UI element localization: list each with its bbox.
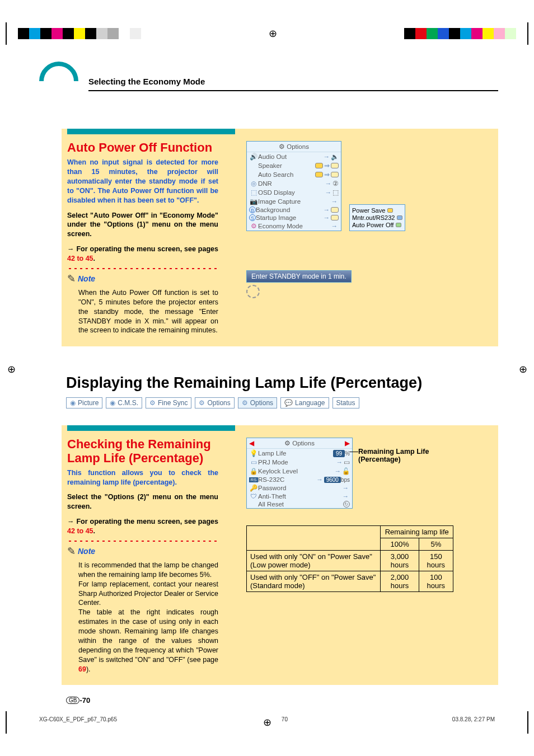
tab-status: Status [332, 397, 359, 408]
note-heading-2: ✎ Note [67, 545, 218, 557]
registration-marks-bottom: ⊕ [0, 711, 534, 756]
economy-icon: ⚙ [249, 222, 258, 230]
rs232-icon: RS [249, 477, 258, 482]
lamp-life-annotation: Remaining Lamp Life (Percentage) [358, 448, 459, 463]
note-icon: ✎ [67, 273, 76, 285]
tab-finesync: ⚙Fine Sync [146, 397, 191, 408]
checking-lamp-desc: This function allows you to check the re… [67, 468, 218, 487]
gear-icon: ⚙ [279, 143, 285, 150]
note-body-2a: It is recommended that the lamp be chang… [67, 561, 218, 580]
tab-options2: ⚙Options [238, 397, 277, 408]
section-title-lamp-life: Displaying the Remaining Lamp Life (Perc… [66, 374, 498, 392]
menu-tab-row: ◉Picture ◉C.M.S. ⚙Fine Sync ⚙Options ⚙Op… [66, 397, 498, 408]
instruction-3: Select the "Options (2)" menu on the men… [67, 492, 218, 511]
table-row: Used with only "ON" on "Power Save" (Low… [247, 551, 453, 571]
note-body-2b: For lamp replacement, contact your neare… [67, 580, 218, 608]
osd-options2-menu: ◀⚙ Options▶ 💡Lamp Life99 % ▭PRJ Mode→▭ 🔒… [246, 438, 353, 509]
picture-icon: ◉ [70, 399, 76, 407]
bulb-icon [246, 285, 260, 298]
crosshair-icon: ⊕ [261, 717, 273, 728]
header-title: Selecting the Economy Mode [88, 77, 205, 86]
note-body-2c: The table at the right indicates rough e… [67, 608, 218, 674]
auto-power-off-title: Auto Power Off Function [67, 141, 218, 154]
tab-language: 💬Language [280, 397, 329, 408]
lock-icon: 🔒 [249, 467, 258, 475]
table-row: Used with only "OFF" on "Power Save" (St… [247, 571, 453, 592]
color-patches-right [404, 28, 516, 39]
tab-picture: ◉Picture [66, 397, 102, 408]
tab-cms: ◉C.M.S. [106, 397, 142, 408]
camera-icon: 📷 [249, 198, 258, 205]
page-number: GB-70 [66, 696, 498, 705]
crosshair-icon: ⊕ [6, 364, 17, 375]
bg-icon: B [249, 206, 256, 213]
page-header: Selecting the Economy Mode [39, 62, 498, 101]
osd-icon: ⬚ [249, 189, 258, 196]
instruction-1: Select "Auto Power Off" in "Economy Mode… [67, 211, 218, 240]
gear-icon: ⚙ [284, 440, 291, 447]
instruction-2: → For operating the menu screen, see pag… [67, 245, 218, 264]
note-heading: ✎ Note [67, 273, 218, 285]
key-icon: 🔑 [249, 484, 258, 492]
economy-submenu: Power Save Mntr.out/RS232 Auto Power Off [349, 204, 405, 231]
startup-icon: S [249, 214, 256, 221]
note-body: When the Auto Power Off function is set … [67, 288, 218, 335]
crosshair-icon: ⊕ [267, 28, 278, 39]
checking-lamp-title: Checking the Remaining Lamp Life (Percen… [67, 438, 218, 464]
speaker-icon: 🔊 [249, 153, 258, 161]
gear-icon: ⚙ [242, 399, 248, 407]
reset-icon: ↻ [343, 501, 350, 508]
standby-message: Enter STANDBY mode in 1 min. [246, 270, 352, 283]
lamp-life-table: Remaining lamp life 100% 5% Used with on… [246, 525, 453, 592]
dnr-icon: ◎ [249, 180, 258, 187]
arc-decoration [31, 54, 87, 109]
lamp-icon: 💡 [249, 449, 258, 457]
note-icon: ✎ [67, 545, 76, 557]
speech-icon: 💬 [284, 399, 293, 407]
instruction-4: → For operating the menu screen, see pag… [67, 517, 218, 536]
color-patches-left [18, 28, 141, 39]
sync-icon: ⚙ [149, 399, 156, 407]
registration-marks-top: ⊕ [0, 0, 534, 45]
auto-power-off-desc: When no input signal is detected for mor… [67, 158, 218, 205]
gear-icon: ⚙ [199, 399, 205, 407]
tab-options1: ⚙Options [195, 397, 234, 408]
crosshair-icon: ⊕ [517, 364, 528, 375]
shield-icon: 🛡 [249, 493, 258, 500]
cms-icon: ◉ [110, 399, 115, 407]
osd-options-menu: ⚙ Options 🔊Audio Out→🔈 Speaker⇒ Auto Sea… [246, 141, 341, 231]
prj-icon: ▭ [249, 458, 258, 466]
